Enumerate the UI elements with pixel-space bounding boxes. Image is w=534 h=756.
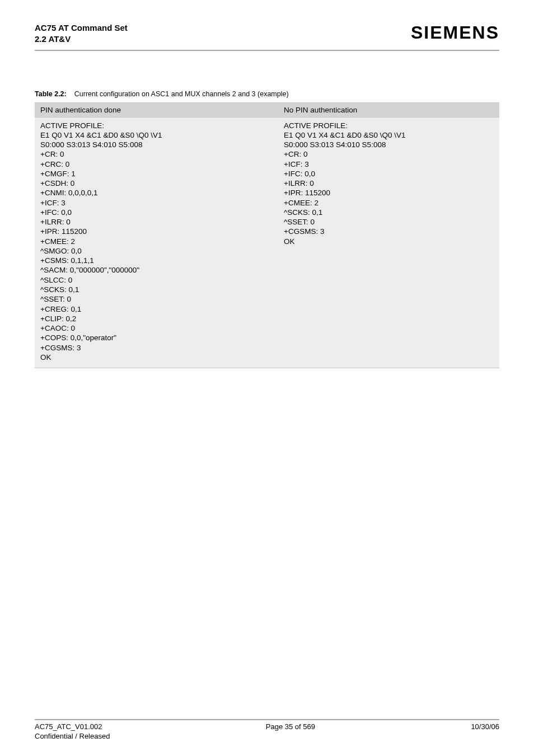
col-header-no-pin: No PIN authentication [278, 102, 499, 117]
table-label: Table 2.2: [35, 90, 67, 98]
brand-logo: SIEMENS [411, 22, 499, 43]
page-header: AC75 AT Command Set 2.2 AT&V SIEMENS [35, 22, 499, 45]
cell-pin-done: ACTIVE PROFILE: E1 Q0 V1 X4 &C1 &D0 &S0 … [35, 117, 278, 368]
footer-page-number: Page 35 of 569 [266, 722, 315, 741]
doc-section: 2.2 AT&V [35, 34, 128, 45]
table-header-row: PIN authentication done No PIN authentic… [35, 102, 499, 117]
footer-date: 10/30/06 [471, 722, 499, 741]
table-row: ACTIVE PROFILE: E1 Q0 V1 X4 &C1 &D0 &S0 … [35, 117, 499, 368]
footer-doc-id: AC75_ATC_V01.002 [35, 722, 110, 732]
profile-table: PIN authentication done No PIN authentic… [35, 102, 499, 369]
table-caption-text: Current configuration on ASC1 and MUX ch… [74, 90, 289, 98]
footer-divider [35, 719, 499, 720]
col-header-pin-done: PIN authentication done [35, 102, 278, 117]
page-footer: AC75_ATC_V01.002 Confidential / Released… [35, 719, 499, 741]
header-divider [35, 50, 499, 51]
footer-confidentiality: Confidential / Released [35, 732, 110, 741]
footer-left: AC75_ATC_V01.002 Confidential / Released [35, 722, 110, 741]
doc-title: AC75 AT Command Set [35, 22, 128, 34]
table-caption: Table 2.2:Current configuration on ASC1 … [35, 90, 499, 98]
cell-no-pin: ACTIVE PROFILE: E1 Q0 V1 X4 &C1 &D0 &S0 … [278, 117, 499, 368]
header-titles: AC75 AT Command Set 2.2 AT&V [35, 22, 128, 45]
